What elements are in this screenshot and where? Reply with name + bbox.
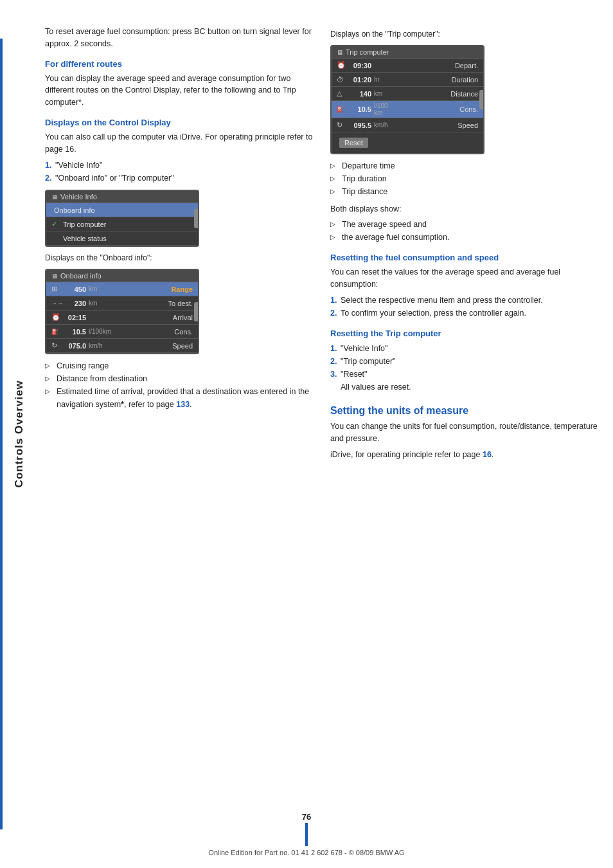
list1-item-2: 2. "Onboard info" or "Trip computer" — [45, 172, 315, 185]
screen1-icon: 🖥 — [51, 194, 58, 201]
screen3-unit-2: hr — [374, 76, 397, 83]
list3-num-2: 2. — [330, 355, 337, 368]
list3: 1. "Vehicle Info" 2. "Trip computer" 3. … — [330, 342, 600, 393]
screen3-row-2: ⏱ 01:20 hr Duration — [332, 73, 483, 87]
screen1-row-3: Vehicle status — [46, 231, 198, 246]
screen2-row-2: →→ 230 km To dest. — [46, 296, 198, 311]
screen3-icon-cons: ⛽ — [337, 106, 348, 113]
onboard-info-screen: 🖥 Onboard info ⊞ 450 km Range →→ 230 km … — [45, 269, 199, 354]
bullet2-item-3: Trip distance — [330, 185, 600, 198]
sidebar-label: Controls Overview — [13, 380, 26, 487]
screen2-unit-2: km — [89, 300, 112, 307]
screen3-num-3: 140 — [348, 90, 374, 98]
screen3-reset-row: Reset — [332, 132, 483, 153]
intro-text: To reset average fuel consumption: press… — [45, 26, 315, 50]
screen2-unit-5: km/h — [89, 342, 112, 349]
screen2-label-2: To dest. — [112, 300, 193, 307]
screen2-label-4: Cons. — [112, 328, 193, 336]
screen3-unit-3: km — [374, 90, 397, 97]
bullets1: Cruising range Distance from destination… — [45, 359, 315, 411]
screen3-label-4: Cons. — [397, 105, 478, 113]
screen1-body: Onboard info ✓ Trip computer Vehicle sta… — [46, 203, 198, 246]
screen3-unit-4: l/100 km — [374, 102, 397, 116]
section-reset-trip-heading: Resetting the Trip computer — [330, 329, 600, 338]
list2: 1. Select the respective menu item and p… — [330, 294, 600, 320]
list1-num-2: 2. — [45, 172, 51, 185]
main-content: To reset average fuel consumption: press… — [39, 0, 613, 868]
screen2-row-5: ↻ 075.0 km/h Speed — [46, 339, 198, 353]
screen3-icon-depart: ⏰ — [337, 61, 348, 69]
screen3-row-5: ↻ 095.5 km/h Speed — [332, 118, 483, 132]
screen1-item-trip: Trip computer — [60, 221, 106, 228]
asterisk1: * — [121, 400, 124, 409]
page-footer: 76 Online Edition for Part no. 01 41 2 6… — [0, 812, 613, 856]
list2-num-2: 2. — [330, 307, 337, 320]
screen3-row-4: ⛽ 10.5 l/100 km Cons. — [332, 101, 483, 118]
screen2-label-1: Range — [112, 285, 193, 293]
screen2-icon-cons: ⛽ — [51, 329, 63, 335]
screen2-header: 🖥 Onboard info — [46, 270, 198, 282]
screen2-label-5: Speed — [112, 342, 193, 350]
screen3-body: ⏰ 09:30 Depart. ⏱ 01:20 hr Duration △ 14… — [332, 59, 483, 153]
list3-item-2: 2. "Trip computer" — [330, 355, 600, 368]
screen2-icon-arrival: ⏰ — [51, 313, 63, 321]
screen3-icon: 🖥 — [337, 49, 343, 56]
screen3-icon-speed: ↻ — [337, 121, 348, 129]
screen2-icon-speed: ↻ — [51, 341, 63, 350]
bullet1-item-1: Cruising range — [45, 359, 315, 372]
screen3-num-1: 09:30 — [348, 62, 374, 69]
list3-item-1: 1. "Vehicle Info" — [330, 342, 600, 355]
screen2-title: Onboard info — [60, 272, 102, 280]
screen1-item-vehicle: Vehicle status — [51, 235, 107, 242]
screen2-icon: 🖥 — [51, 273, 58, 280]
vehicle-info-screen: 🖥 Vehicle Info Onboard info ✓ Trip compu… — [45, 190, 199, 247]
screen3-header: 🖥 Trip computer — [332, 46, 483, 59]
bullets2: Departure time Trip duration Trip distan… — [330, 159, 600, 198]
screen3-num-2: 01:20 — [348, 76, 374, 84]
left-column: To reset average fuel consumption: press… — [45, 26, 315, 855]
screen1-row-1: Onboard info — [46, 203, 198, 217]
screen2-num-5: 075.0 — [63, 342, 89, 350]
screen3-icon-dist: △ — [337, 89, 348, 98]
screen2-row-4: ⛽ 10.5 l/100km Cons. — [46, 325, 198, 339]
list3-item-3: 3. "Reset"All values are reset. — [330, 368, 600, 393]
screen2-body: ⊞ 450 km Range →→ 230 km To dest. ⏰ 02:1… — [46, 282, 198, 353]
section5-text1: You can change the units for fuel consum… — [330, 420, 600, 445]
section-reset-fuel-heading: Resetting the fuel consumption and speed — [330, 253, 600, 262]
screen3-row-1: ⏰ 09:30 Depart. — [332, 59, 483, 73]
screen2-unit-1: km — [89, 285, 112, 293]
bullet2-item-2: Trip duration — [330, 172, 600, 185]
bullet1-item-3: Estimated time of arrival, provided that… — [45, 385, 315, 411]
screen2-row-3: ⏰ 02:15 Arrival — [46, 311, 198, 325]
list2-num-1: 1. — [330, 294, 337, 307]
list2-item-2: 2. To confirm your selection, press the … — [330, 307, 600, 320]
screen1-knob — [194, 209, 199, 228]
screen3-label-5: Speed — [397, 122, 478, 129]
footer-page-num: 76 — [302, 812, 311, 822]
screen3-label-1: Depart. — [397, 62, 478, 69]
screen2-num-3: 02:15 — [63, 314, 89, 321]
section2-text: You can also call up the computer via iD… — [45, 131, 315, 156]
section-for-different-routes-heading: For different routes — [45, 59, 315, 69]
list3-num-1: 1. — [330, 342, 337, 355]
screen1-item-onboard: Onboard info — [51, 206, 95, 214]
bullet3-item-2: the average fuel consumption. — [330, 231, 600, 244]
both-show-label: Both displays show: — [330, 203, 600, 215]
screen1-header: 🖥 Vehicle Info — [46, 191, 198, 203]
screen2-icon-range: ⊞ — [51, 285, 63, 293]
screen3-num-4: 10.5 — [348, 105, 374, 113]
bullet3-item-1: The average speed and — [330, 218, 600, 231]
screen3-knob — [479, 90, 484, 109]
screen1-row-2: ✓ Trip computer — [46, 217, 198, 231]
screen3-row-3: △ 140 km Distance — [332, 87, 483, 101]
screen2-unit-4: l/100km — [89, 328, 112, 335]
screen2-knob — [194, 302, 199, 321]
sidebar: Controls Overview — [0, 0, 39, 868]
list2-item-1: 1. Select the respective menu item and p… — [330, 294, 600, 307]
section-units-heading: Setting the units of measure — [330, 405, 600, 417]
label-onboard: Displays on the "Onboard info": — [45, 252, 315, 264]
page-ref-16: 16 — [483, 450, 492, 459]
screen3-unit-5: km/h — [374, 122, 397, 129]
section3-text: You can reset the values for the average… — [330, 266, 600, 291]
screen2-icon-dest: →→ — [51, 300, 63, 307]
